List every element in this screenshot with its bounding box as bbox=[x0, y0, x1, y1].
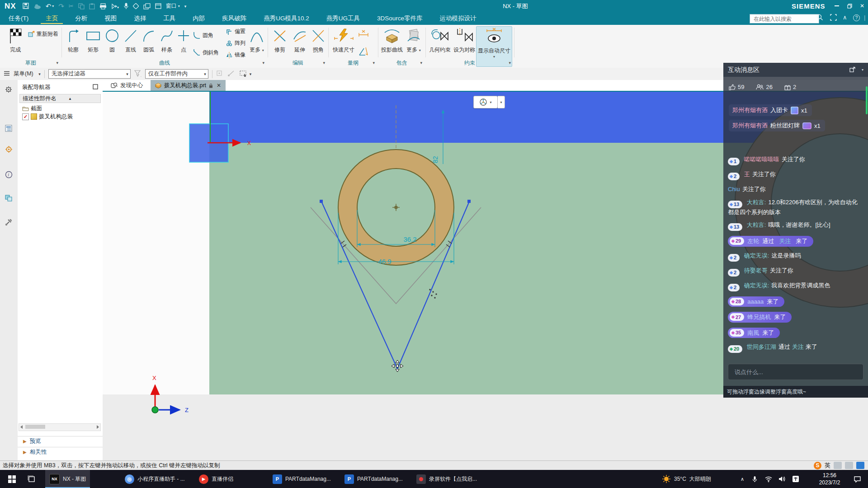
window-menu[interactable]: 窗口▾ bbox=[166, 2, 180, 10]
dependencies-section[interactable]: ▶ 相关性 bbox=[18, 447, 103, 457]
tab-part-file[interactable]: 拨叉机构总装.prt ✕ bbox=[151, 80, 226, 91]
filter-funnel-icon[interactable] bbox=[134, 70, 142, 78]
popout-icon[interactable] bbox=[849, 66, 855, 74]
checkbox-checked[interactable]: ✓ bbox=[22, 113, 29, 120]
menu-button[interactable]: 菜单(M) ▾ bbox=[14, 70, 41, 78]
arc-tool[interactable]: 圆弧 bbox=[140, 27, 157, 54]
line-tool[interactable]: 直线 bbox=[122, 27, 139, 54]
taskbar-app-partdata-1[interactable]: P PARTdataManag... bbox=[269, 470, 335, 488]
tray-volume-icon[interactable] bbox=[778, 470, 786, 488]
tray-expand-icon[interactable]: ∧ bbox=[741, 470, 744, 488]
task-view-button[interactable] bbox=[24, 470, 40, 488]
chat-scrollbar[interactable] bbox=[866, 86, 868, 114]
tab-internal[interactable]: 内部 bbox=[184, 12, 213, 25]
tab-jifeng[interactable]: 疾风破阵 bbox=[213, 12, 255, 25]
ime-toolbar[interactable]: S 英 bbox=[814, 461, 864, 469]
print-icon[interactable] bbox=[99, 3, 107, 9]
touch-mode-icon[interactable] bbox=[133, 3, 139, 9]
tab-3dsource[interactable]: 3DSource零件库 bbox=[368, 12, 431, 25]
project-curve-tool[interactable]: 投影曲线 bbox=[381, 27, 403, 54]
rectangle-select-icon[interactable] bbox=[240, 70, 249, 78]
taskbar-app-miniprogram[interactable]: ◎ 小程序直播助手 - ... bbox=[121, 470, 189, 488]
restore-button[interactable] bbox=[844, 0, 855, 12]
tray-network-icon[interactable] bbox=[765, 470, 772, 488]
assembly-navigator-icon[interactable] bbox=[4, 123, 14, 133]
chat-input[interactable] bbox=[734, 368, 863, 376]
taskbar-app-recorder[interactable]: 录屏软件【点我启... bbox=[412, 470, 481, 488]
chat-message-list[interactable]: ◆1 喏喏喏嘻嘻嘻关注了你 ◆2 王关注了你 Chiu关注了你 ◆13 大粒言:… bbox=[728, 155, 863, 353]
clock[interactable]: 12:56 2023/7/2 bbox=[811, 472, 849, 486]
ime-skin-icon[interactable] bbox=[856, 462, 864, 469]
save-icon[interactable] bbox=[23, 3, 29, 9]
selection-filter-dropdown[interactable]: 无选择过滤器▾ bbox=[48, 69, 131, 79]
help-icon[interactable]: ? bbox=[853, 14, 860, 21]
ime-tool-icon[interactable] bbox=[834, 462, 842, 469]
ime-lang-label[interactable]: 英 bbox=[825, 461, 830, 469]
scope-dropdown[interactable]: 仅在工作部件内▾ bbox=[145, 69, 208, 79]
point-tool[interactable]: 点 bbox=[176, 27, 191, 54]
reuse-library-icon[interactable] bbox=[4, 193, 14, 203]
history-tools-icon[interactable] bbox=[4, 217, 14, 227]
chamfer-tool[interactable]: 倒斜角 bbox=[193, 48, 219, 56]
group-dimension[interactable]: 量纲▾ bbox=[328, 59, 378, 66]
chat-collapse-icon[interactable]: ▾ bbox=[862, 68, 863, 72]
close-tab-icon[interactable]: ✕ bbox=[217, 82, 221, 89]
view-options-dropdown[interactable]: ▾ bbox=[498, 96, 505, 108]
cascade-windows-icon[interactable] bbox=[143, 3, 151, 9]
extend-tool[interactable]: 延伸 bbox=[290, 27, 309, 54]
group-sketch[interactable]: 草图▾ bbox=[0, 59, 61, 66]
minimize-button[interactable] bbox=[831, 0, 843, 12]
dimension-inner-width[interactable]: 36.2 bbox=[403, 235, 416, 243]
mirror-tool[interactable]: 镜像 bbox=[226, 51, 245, 59]
panel-pin-icon[interactable] bbox=[93, 84, 98, 91]
hamburger-icon[interactable] bbox=[4, 71, 10, 77]
reattach-button[interactable]: 重新附着 bbox=[28, 30, 58, 38]
dimension-height[interactable]: 82 bbox=[432, 156, 439, 163]
trim-tool[interactable]: 修剪 bbox=[270, 27, 289, 54]
tab-motion-sim[interactable]: 运动模拟设计 bbox=[431, 12, 485, 25]
part-navigator-icon[interactable]: i bbox=[4, 169, 14, 179]
microphone-icon[interactable] bbox=[124, 3, 128, 9]
ime-keyboard-icon[interactable] bbox=[845, 462, 853, 469]
undo-icon[interactable]: ↶▾ bbox=[46, 2, 54, 10]
constraint-navigator-icon[interactable] bbox=[4, 144, 14, 154]
tab-task[interactable]: 任务(T) bbox=[0, 12, 37, 25]
group-constraints[interactable]: 约束▾ bbox=[425, 59, 514, 66]
tab-yanxiu-tools[interactable]: 燕秀UG工具 bbox=[318, 12, 368, 25]
tab-discovery-center[interactable]: 发现中心 bbox=[106, 80, 147, 91]
taskbar-app-nx[interactable]: NX NX - 草图 bbox=[45, 470, 90, 488]
tab-analysis[interactable]: 分析 bbox=[66, 12, 96, 25]
fillet-tool[interactable]: 圆角 bbox=[193, 31, 213, 39]
taskbar-app-partdata-2[interactable]: P PARTdataManag... bbox=[340, 470, 407, 488]
tray-ime-icon[interactable] bbox=[792, 470, 799, 488]
linear-dimension-mini[interactable] bbox=[358, 29, 369, 37]
angular-dimension-mini[interactable] bbox=[358, 47, 369, 56]
command-finder-icon[interactable]: ▾ bbox=[111, 3, 119, 9]
qat-overflow-icon[interactable]: ▾ bbox=[184, 4, 187, 9]
group-include[interactable]: 包含▾ bbox=[378, 59, 425, 66]
start-button[interactable] bbox=[4, 470, 20, 488]
tab-view[interactable]: 视图 bbox=[96, 12, 125, 25]
search-icon[interactable] bbox=[816, 14, 823, 22]
line-endpoint[interactable] bbox=[467, 200, 471, 203]
group-curve[interactable]: 曲线▾ bbox=[61, 59, 268, 66]
minimize-ribbon-icon[interactable]: ∧ bbox=[843, 14, 847, 21]
line-endpoint[interactable] bbox=[320, 200, 323, 203]
corner-tool[interactable]: 拐角 bbox=[309, 27, 327, 54]
rapid-dimension-tool[interactable]: 快速尺寸 bbox=[331, 27, 356, 54]
navigator-hscrollbar[interactable] bbox=[19, 423, 101, 431]
tab-tools[interactable]: 工具 bbox=[155, 12, 184, 25]
scrollbar-thumb[interactable] bbox=[25, 425, 45, 429]
preview-section[interactable]: ▶ 预览 bbox=[18, 436, 103, 446]
profile-tool[interactable]: 轮廓 bbox=[63, 27, 83, 54]
circle-tool[interactable]: 圆 bbox=[103, 27, 121, 54]
search-input[interactable] bbox=[753, 15, 819, 23]
chat-input-box[interactable] bbox=[728, 364, 863, 380]
tab-home[interactable]: 主页 bbox=[37, 12, 66, 25]
more-curve-button[interactable]: 更多 ▾ bbox=[248, 27, 266, 54]
tree-item-assembly[interactable]: ✓ 拨叉机构总装 bbox=[22, 113, 73, 121]
fullscreen-icon[interactable] bbox=[830, 14, 837, 22]
tab-yanxiu-mold[interactable]: 燕秀UG模具10.2 bbox=[255, 12, 318, 25]
close-button[interactable]: ✕ bbox=[856, 0, 868, 12]
tab-select[interactable]: 选择 bbox=[125, 12, 155, 25]
